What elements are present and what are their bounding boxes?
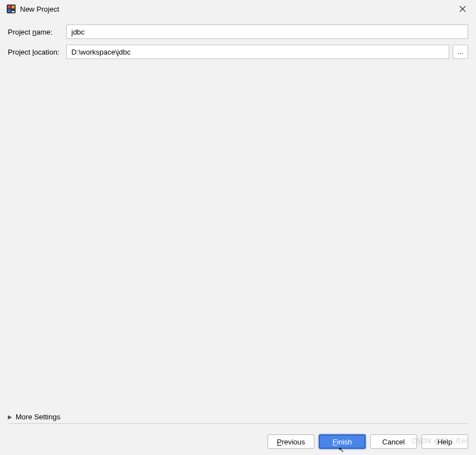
svg-rect-1 [8, 6, 11, 8]
intellij-icon [7, 4, 16, 13]
svg-rect-3 [8, 9, 11, 12]
more-settings-toggle[interactable]: ▶ More Settings [8, 413, 468, 424]
footer-buttons: Previous Finish Cancel Help [0, 428, 476, 455]
project-name-row: Project name: [8, 25, 468, 39]
more-settings-label: More Settings [16, 413, 60, 421]
browse-button[interactable]: ... [453, 45, 468, 59]
project-name-label: Project name: [8, 28, 66, 36]
cancel-button[interactable]: Cancel [370, 434, 417, 449]
title-bar: New Project [0, 0, 476, 18]
project-location-row: Project location: ... [8, 45, 468, 59]
finish-button[interactable]: Finish [319, 434, 366, 449]
project-name-input[interactable] [66, 25, 468, 39]
project-location-input[interactable] [66, 45, 449, 59]
close-button[interactable] [454, 1, 472, 17]
svg-rect-2 [12, 6, 14, 8]
help-button[interactable]: Help [421, 434, 468, 449]
previous-button[interactable]: Previous [268, 434, 314, 449]
chevron-right-icon: ▶ [8, 414, 12, 420]
project-location-label: Project location: [8, 48, 66, 56]
close-icon [459, 6, 466, 12]
form-area: Project name: Project location: ... [0, 18, 476, 71]
window-title: New Project [20, 5, 454, 13]
svg-rect-4 [12, 11, 14, 12]
